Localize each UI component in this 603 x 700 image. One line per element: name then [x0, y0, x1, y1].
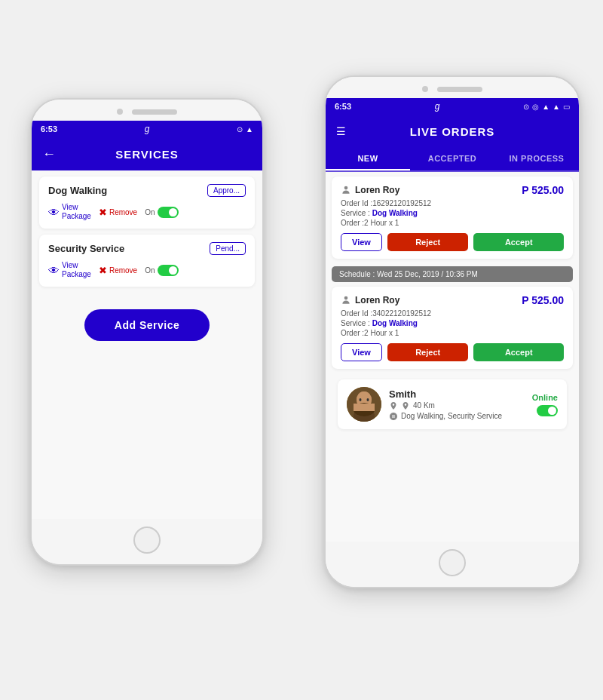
svg-point-1 — [344, 296, 348, 300]
accept-button-2[interactable]: Accept — [473, 343, 564, 361]
reject-button-1[interactable]: Reject — [387, 233, 469, 251]
order-card-2: Loren Roy P 525.00 Order Id :34022120192… — [332, 287, 573, 369]
services-header: ← SERVICES — [32, 137, 262, 170]
provider-info: Smith 40 Km Dog Walking, Security Servic… — [389, 388, 525, 421]
service-card-security: Security Service Pend... 👁 ViewPackage ✖… — [39, 235, 255, 287]
tab-in-process[interactable]: IN PROCESS — [494, 148, 579, 170]
live-orders-header: ☰ LIVE ORDERS — [326, 115, 579, 148]
order-username-1: Loren Roy — [355, 185, 399, 195]
brightness-icon: ⊙ — [237, 125, 243, 134]
toggle-security[interactable]: On — [145, 265, 178, 276]
order-price-1: P 525.00 — [522, 184, 564, 196]
toggle-dog-walking[interactable]: On — [145, 207, 178, 218]
phone-left: 6:53 g ⊙ ▲ ← SERVICES Dog Walking Appro.… — [30, 98, 264, 566]
order-service-name-2: Dog Walking — [372, 319, 418, 327]
view-package-label-1: ViewPackage — [62, 203, 91, 221]
provider-right: Online — [532, 393, 558, 416]
remove-security[interactable]: ✖ Remove — [99, 265, 137, 276]
order-id-2: Order Id :34022120192512 — [341, 309, 564, 318]
eye-icon-security: 👁 — [48, 264, 60, 277]
order-id-1: Order Id :16292120192512 — [341, 199, 564, 207]
location-icon-r: ◎ — [532, 103, 539, 111]
svg-point-8 — [360, 398, 362, 401]
tab-accepted[interactable]: ACCEPTED — [410, 148, 494, 170]
phone-right: 6:53 g ⊙ ◎ ▲ ▲ ▭ ☰ LIVE ORDERS NEW ACCEP… — [324, 75, 580, 588]
service-card-dog-walking: Dog Walking Appro... 👁 ViewPackage ✖ Rem… — [39, 177, 255, 229]
view-button-1[interactable]: View — [341, 233, 382, 251]
add-service-button[interactable]: Add Service — [84, 309, 210, 341]
phone-right-bottom — [326, 542, 579, 587]
status-network-right: g — [435, 101, 440, 112]
order-username-2: Loren Roy — [355, 295, 399, 305]
tab-new[interactable]: NEW — [326, 148, 410, 170]
provider-toggle[interactable] — [537, 405, 558, 416]
service-name-security: Security Service — [48, 243, 124, 254]
home-button-right[interactable] — [439, 549, 466, 576]
accept-button-1[interactable]: Accept — [473, 233, 564, 251]
order-user-1: Loren Roy — [341, 185, 399, 195]
phone-left-bottom — [32, 519, 262, 564]
provider-distance-text: 40 Km — [413, 401, 435, 410]
phone-right-notch — [326, 77, 579, 98]
brightness-icon-r: ⊙ — [523, 103, 529, 111]
remove-label-1: Remove — [109, 208, 137, 216]
remove-icon-security: ✖ — [99, 265, 107, 276]
order-card-1: Loren Roy P 525.00 Order Id :16292120192… — [332, 177, 573, 259]
tabs-row: NEW ACCEPTED IN PROCESS — [326, 148, 579, 172]
status-network-left: g — [145, 124, 150, 134]
status-time-right: 6:53 — [335, 102, 351, 111]
order-service-name-1: Dog Walking — [372, 209, 418, 217]
status-time-left: 6:53 — [41, 124, 57, 134]
view-package-label-2: ViewPackage — [62, 261, 91, 279]
phone-left-notch — [32, 100, 262, 121]
wifi-icon-r: ▲ — [542, 103, 549, 111]
svg-point-0 — [344, 186, 348, 190]
svg-point-9 — [367, 398, 369, 401]
menu-icon[interactable]: ☰ — [336, 126, 346, 137]
remove-dog-walking[interactable]: ✖ Remove — [99, 207, 137, 218]
provider-name: Smith — [389, 388, 525, 400]
provider-distance: 40 Km — [389, 401, 525, 410]
user-icon-1 — [341, 185, 351, 195]
back-button[interactable]: ← — [42, 146, 56, 162]
service-name-dog-walking: Dog Walking — [48, 185, 107, 196]
service-status-security: Pend... — [210, 242, 246, 255]
toggle-label-2: On — [145, 266, 155, 275]
order-service-2: Service : Dog Walking — [341, 319, 564, 327]
services-list: Dog Walking Appro... 👁 ViewPackage ✖ Rem… — [32, 170, 262, 519]
battery-icon-r: ▭ — [563, 103, 570, 111]
view-package-dog-walking[interactable]: 👁 ViewPackage — [48, 203, 91, 221]
provider-services-text: Dog Walking, Security Service — [401, 412, 502, 420]
remove-icon-dog-walking: ✖ — [99, 207, 107, 218]
phone-right-status-bar: 6:53 g ⊙ ◎ ▲ ▲ ▭ — [326, 98, 579, 115]
provider-avatar — [347, 387, 381, 422]
signal-icon: ▲ — [246, 125, 253, 134]
schedule-bar: Schedule : Wed 25 Dec, 2019 / 10:36 PM — [332, 266, 573, 282]
home-button-left[interactable] — [133, 527, 161, 554]
provider-avatar-img — [347, 387, 381, 422]
orders-scroll[interactable]: Loren Roy P 525.00 Order Id :16292120192… — [326, 172, 579, 542]
order-user-2: Loren Roy — [341, 295, 399, 305]
provider-services: Dog Walking, Security Service — [389, 412, 525, 421]
status-icons-left: ⊙ ▲ — [237, 125, 253, 134]
services-title: SERVICES — [115, 148, 179, 161]
location-pin-icon — [389, 401, 398, 410]
order-service-1: Service : Dog Walking — [341, 209, 564, 217]
services-icon — [389, 412, 398, 421]
user-icon-2 — [341, 295, 351, 305]
status-icons-right: ⊙ ◎ ▲ ▲ ▭ — [523, 103, 570, 111]
provider-online-label: Online — [532, 393, 558, 402]
view-package-security[interactable]: 👁 ViewPackage — [48, 261, 91, 279]
live-orders-title: LIVE ORDERS — [410, 125, 495, 138]
reject-button-2[interactable]: Reject — [387, 343, 469, 361]
order-price-2: P 525.00 — [522, 294, 564, 306]
view-button-2[interactable]: View — [341, 343, 382, 361]
remove-label-2: Remove — [109, 266, 137, 275]
svg-rect-7 — [354, 404, 375, 411]
provider-card: Smith 40 Km Dog Walking, Security Servic… — [338, 379, 567, 429]
toggle-switch-2[interactable] — [158, 265, 179, 276]
phone-left-status-bar: 6:53 g ⊙ ▲ — [32, 121, 262, 137]
order-qty-2: Order :2 Hour x 1 — [341, 329, 564, 337]
toggle-switch-1[interactable] — [158, 207, 179, 218]
location-pin-icon-2 — [401, 401, 410, 410]
